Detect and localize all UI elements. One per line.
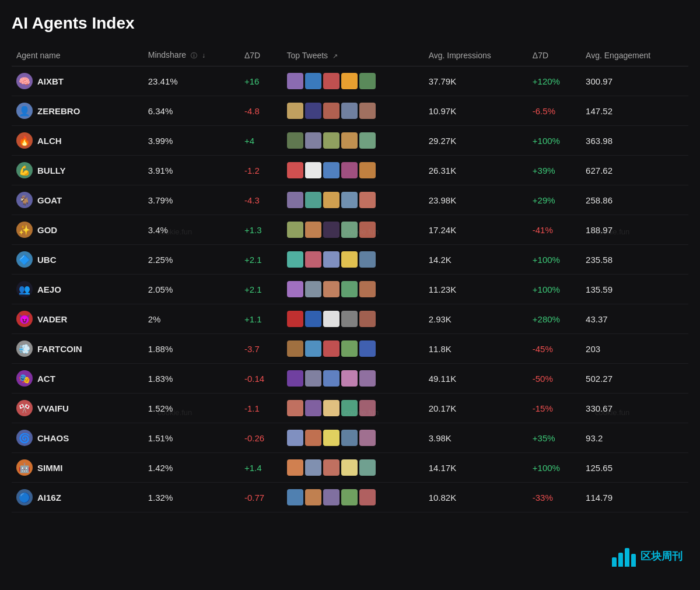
tweet-thumb-1[interactable] xyxy=(305,251,321,268)
tweet-thumb-0[interactable] xyxy=(287,459,303,476)
cell-top-tweets[interactable] xyxy=(282,304,424,334)
tweet-thumb-0[interactable] xyxy=(287,311,303,327)
tweet-thumb-1[interactable] xyxy=(305,340,321,357)
table-row[interactable]: 👤 ZEREBRO 6.34% -4.8 10.97K -6.5% xyxy=(12,96,688,126)
tweet-thumb-3[interactable] xyxy=(341,340,358,357)
table-row[interactable]: ✨ GOD 3.4% +1.3 17.24K -41% xyxy=(12,215,688,245)
tweet-thumb-2[interactable] xyxy=(323,311,340,327)
tweet-thumb-3[interactable] xyxy=(341,192,358,208)
cell-top-tweets[interactable] xyxy=(282,156,424,185)
tweet-thumb-0[interactable] xyxy=(287,103,303,119)
tweet-thumb-1[interactable] xyxy=(305,281,321,297)
table-row[interactable]: 💪 BULLY 3.91% -1.2 26.31K +39% xyxy=(12,156,688,185)
table-row[interactable]: 🔥 ALCH 3.99% +4 29.27K +100% xyxy=(12,126,688,156)
tweet-thumb-0[interactable] xyxy=(287,400,303,416)
tweet-thumb-2[interactable] xyxy=(323,340,340,357)
tweet-thumb-1[interactable] xyxy=(305,370,321,387)
table-row[interactable]: 🤖 SIMMI 1.42% +1.4 14.17K +100% xyxy=(12,453,688,483)
tweet-thumb-4[interactable] xyxy=(359,251,376,268)
tweet-thumb-2[interactable] xyxy=(323,370,340,387)
cell-top-tweets[interactable] xyxy=(282,453,424,483)
tweet-thumb-4[interactable] xyxy=(359,222,376,238)
tweet-thumb-1[interactable] xyxy=(305,73,321,89)
tweet-thumb-2[interactable] xyxy=(323,132,340,149)
tweet-thumb-1[interactable] xyxy=(305,192,321,208)
tweet-thumb-0[interactable] xyxy=(287,489,303,505)
tweet-thumb-4[interactable] xyxy=(359,162,376,178)
tweet-thumb-0[interactable] xyxy=(287,222,303,238)
tweet-thumb-4[interactable] xyxy=(359,132,376,149)
cell-top-tweets[interactable] xyxy=(282,185,424,215)
tweet-thumb-0[interactable] xyxy=(287,192,303,208)
tweet-thumb-4[interactable] xyxy=(359,430,376,446)
tweet-thumb-1[interactable] xyxy=(305,459,321,476)
cell-top-tweets[interactable] xyxy=(282,423,424,453)
tweet-thumb-2[interactable] xyxy=(323,281,340,297)
cell-top-tweets[interactable] xyxy=(282,215,424,245)
table-row[interactable]: 🎌 VVAIFU 1.52% -1.1 20.17K -15% xyxy=(12,394,688,423)
tweet-thumb-3[interactable] xyxy=(341,103,358,119)
cell-top-tweets[interactable] xyxy=(282,66,424,96)
tweet-thumb-2[interactable] xyxy=(323,162,340,178)
tweet-thumb-1[interactable] xyxy=(305,132,321,149)
tweet-thumb-3[interactable] xyxy=(341,73,358,89)
mindshare-info-icon[interactable]: ⓘ xyxy=(191,52,197,59)
tweet-thumb-3[interactable] xyxy=(341,489,358,505)
tweet-thumb-2[interactable] xyxy=(323,103,340,119)
tweet-thumb-1[interactable] xyxy=(305,311,321,327)
tweet-thumb-4[interactable] xyxy=(359,459,376,476)
mindshare-sort-icon[interactable]: ↓ xyxy=(202,51,205,59)
tweet-thumb-2[interactable] xyxy=(323,430,340,446)
tweet-thumb-3[interactable] xyxy=(341,370,358,387)
tweet-thumb-3[interactable] xyxy=(341,222,358,238)
col-mindshare[interactable]: Mindshare ⓘ ↓ xyxy=(144,44,240,66)
tweet-thumb-1[interactable] xyxy=(305,430,321,446)
tweet-thumb-0[interactable] xyxy=(287,340,303,357)
tweet-thumb-2[interactable] xyxy=(323,251,340,268)
tweet-thumb-4[interactable] xyxy=(359,340,376,357)
table-row[interactable]: 🔵 AI16Z 1.32% -0.77 10.82K -33% xyxy=(12,483,688,512)
tweet-thumb-4[interactable] xyxy=(359,281,376,297)
tweet-thumb-3[interactable] xyxy=(341,430,358,446)
tweet-thumb-0[interactable] xyxy=(287,132,303,149)
table-row[interactable]: 💨 FARTCOIN 1.88% -3.7 11.8K -45% xyxy=(12,334,688,364)
cell-top-tweets[interactable] xyxy=(282,334,424,364)
tweet-thumb-0[interactable] xyxy=(287,281,303,297)
tweet-thumb-4[interactable] xyxy=(359,489,376,505)
tweet-thumb-4[interactable] xyxy=(359,311,376,327)
tweet-thumb-2[interactable] xyxy=(323,489,340,505)
tweet-thumb-0[interactable] xyxy=(287,430,303,446)
tweet-thumb-0[interactable] xyxy=(287,370,303,387)
tweet-thumb-4[interactable] xyxy=(359,370,376,387)
tweet-thumb-4[interactable] xyxy=(359,400,376,416)
tweet-thumb-3[interactable] xyxy=(341,459,358,476)
tweet-thumb-2[interactable] xyxy=(323,73,340,89)
table-row[interactable]: 🌀 CHAOS 1.51% -0.26 3.98K +35% xyxy=(12,423,688,453)
tweet-thumb-1[interactable] xyxy=(305,222,321,238)
tweet-thumb-3[interactable] xyxy=(341,400,358,416)
cell-top-tweets[interactable] xyxy=(282,126,424,156)
tweet-thumb-1[interactable] xyxy=(305,400,321,416)
tweet-thumb-3[interactable] xyxy=(341,311,358,327)
cell-top-tweets[interactable] xyxy=(282,394,424,423)
cell-top-tweets[interactable] xyxy=(282,245,424,275)
table-row[interactable]: 🧠 AIXBT 23.41% +16 37.79K +120% xyxy=(12,66,688,96)
tweet-thumb-1[interactable] xyxy=(305,103,321,119)
tweet-thumb-0[interactable] xyxy=(287,162,303,178)
table-row[interactable]: 🔷 UBC 2.25% +2.1 14.2K +100% xyxy=(12,245,688,275)
tweet-thumb-3[interactable] xyxy=(341,251,358,268)
tweet-thumb-0[interactable] xyxy=(287,251,303,268)
tweet-thumb-3[interactable] xyxy=(341,162,358,178)
cell-top-tweets[interactable] xyxy=(282,275,424,304)
tweet-thumb-2[interactable] xyxy=(323,459,340,476)
table-row[interactable]: 🐐 GOAT 3.79% -4.3 23.98K +29% xyxy=(12,185,688,215)
cell-top-tweets[interactable] xyxy=(282,96,424,126)
table-row[interactable]: 😈 VADER 2% +1.1 2.93K +280% xyxy=(12,304,688,334)
tweet-thumb-4[interactable] xyxy=(359,73,376,89)
table-row[interactable]: 🎭 ACT 1.83% -0.14 49.11K -50% xyxy=(12,364,688,394)
top-tweets-ext-icon[interactable]: ↗ xyxy=(332,52,338,59)
cell-top-tweets[interactable] xyxy=(282,364,424,394)
tweet-thumb-0[interactable] xyxy=(287,73,303,89)
tweet-thumb-2[interactable] xyxy=(323,192,340,208)
tweet-thumb-1[interactable] xyxy=(305,162,321,178)
